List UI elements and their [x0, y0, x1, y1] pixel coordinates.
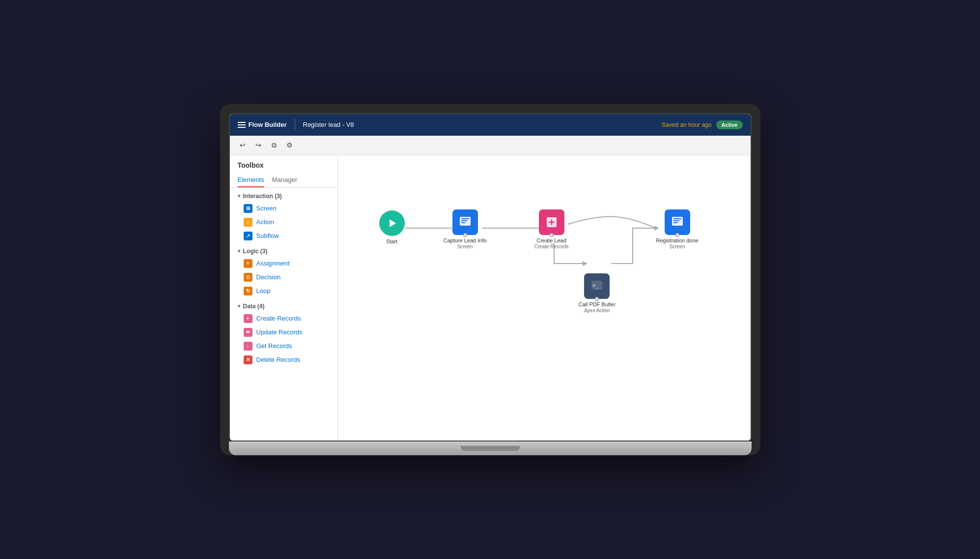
- svg-rect-19: [673, 220, 679, 221]
- node-reg-done[interactable]: Registration done Screen: [656, 209, 699, 249]
- flow-canvas[interactable]: Start Capture Lead Info Screen: [338, 155, 751, 441]
- section-interaction[interactable]: ▾ Interaction (3): [230, 188, 337, 202]
- reg-done-label: Registration done: [656, 237, 699, 244]
- undo-button[interactable]: ↩: [236, 138, 250, 152]
- create-records-label: Create Records: [256, 315, 301, 322]
- node-call-pdf[interactable]: >_ Call PDF Butler Apex Action: [579, 273, 616, 313]
- svg-rect-11: [461, 222, 465, 223]
- sidebar-item-loop[interactable]: ↻ Loop: [230, 284, 337, 298]
- chevron-interaction: ▾: [238, 193, 240, 199]
- svg-rect-18: [673, 218, 681, 219]
- decision-label: Decision: [256, 273, 281, 281]
- screen-label: Screen: [256, 205, 277, 212]
- create-lead-dot: [550, 233, 554, 237]
- create-lead-square: [539, 209, 564, 235]
- start-circle: [379, 210, 405, 236]
- call-pdf-dot: [595, 297, 599, 301]
- assignment-icon: =: [244, 259, 252, 268]
- sidebar-item-decision[interactable]: ◇ Decision: [230, 270, 337, 284]
- svg-rect-20: [673, 222, 677, 223]
- delete-records-icon: ✕: [244, 355, 252, 364]
- laptop-frame: Flow Builder Register lead - V8 Saved an…: [220, 104, 760, 455]
- sidebar-tabs: Elements Manager: [230, 173, 337, 188]
- delete-records-label: Delete Records: [256, 356, 301, 363]
- call-pdf-label: Call PDF Butler: [579, 301, 616, 308]
- update-records-icon: ✏: [244, 328, 252, 337]
- app-name: Flow Builder: [249, 121, 287, 128]
- topbar-right: Saved an hour ago Active: [662, 120, 742, 129]
- chevron-data: ▾: [238, 303, 240, 309]
- capture-square: [452, 209, 478, 235]
- section-data[interactable]: ▾ Data (4): [230, 298, 337, 312]
- node-start[interactable]: Start: [379, 210, 405, 245]
- sidebar-item-screen[interactable]: ⊞ Screen: [230, 202, 337, 215]
- sidebar-item-create-records[interactable]: + Create Records: [230, 312, 337, 325]
- node-capture[interactable]: Capture Lead Info Screen: [444, 209, 487, 249]
- main-layout: Toolbox Elements Manager ▾ Interaction (…: [230, 155, 751, 441]
- sidebar: Toolbox Elements Manager ▾ Interaction (…: [230, 155, 338, 441]
- reg-done-square: [665, 209, 690, 235]
- sidebar-item-assignment[interactable]: = Assignment: [230, 257, 337, 270]
- settings-button[interactable]: ⚙: [283, 138, 297, 152]
- laptop-notch: [461, 446, 520, 451]
- flow-name: Register lead - V8: [303, 121, 354, 128]
- decision-icon: ◇: [244, 273, 252, 282]
- reg-done-dot: [675, 233, 679, 237]
- subflow-icon: ↗: [244, 232, 252, 240]
- svg-text:>_: >_: [592, 282, 599, 289]
- section-interaction-label: Interaction (3): [243, 193, 282, 200]
- section-logic-label: Logic (3): [243, 248, 268, 255]
- capture-dot: [463, 233, 467, 237]
- redo-button[interactable]: ↪: [252, 138, 265, 152]
- capture-sublabel: Screen: [457, 244, 473, 249]
- toolbox-title: Toolbox: [230, 155, 337, 173]
- sidebar-item-get-records[interactable]: ↓ Get Records: [230, 339, 337, 353]
- sidebar-item-action[interactable]: ⚡ Action: [230, 215, 337, 229]
- call-pdf-square: >_: [584, 273, 610, 299]
- active-badge: Active: [716, 120, 742, 129]
- sidebar-item-delete-records[interactable]: ✕ Delete Records: [230, 353, 337, 367]
- action-icon: ⚡: [244, 218, 252, 227]
- connector-svg: [338, 155, 751, 441]
- loop-label: Loop: [256, 287, 271, 294]
- capture-label: Capture Lead Info: [444, 237, 487, 244]
- hamburger-icon: [238, 122, 246, 128]
- create-records-icon: +: [244, 314, 252, 323]
- screen-icon: ⊞: [244, 204, 252, 213]
- svg-rect-9: [461, 218, 469, 219]
- start-label: Start: [386, 238, 397, 245]
- section-logic[interactable]: ▾ Logic (3): [230, 243, 337, 257]
- chevron-logic: ▾: [238, 248, 240, 254]
- top-navbar: Flow Builder Register lead - V8 Saved an…: [230, 114, 751, 136]
- sidebar-item-subflow[interactable]: ↗ Subflow: [230, 229, 337, 243]
- section-data-label: Data (4): [243, 303, 265, 310]
- svg-rect-10: [461, 220, 467, 221]
- create-lead-sublabel: Create Records: [534, 244, 569, 249]
- call-pdf-sublabel: Apex Action: [584, 308, 610, 313]
- create-lead-label: Create Lead: [536, 237, 566, 244]
- action-label: Action: [256, 218, 274, 226]
- tab-manager[interactable]: Manager: [272, 173, 297, 187]
- assignment-label: Assignment: [256, 260, 290, 267]
- sidebar-item-update-records[interactable]: ✏ Update Records: [230, 325, 337, 339]
- get-records-icon: ↓: [244, 342, 252, 351]
- laptop-base: [229, 441, 752, 455]
- node-create-lead[interactable]: Create Lead Create Records: [534, 209, 569, 249]
- app-logo: Flow Builder: [238, 121, 287, 128]
- get-records-label: Get Records: [256, 342, 292, 350]
- reg-done-sublabel: Screen: [670, 244, 685, 249]
- saved-status: Saved an hour ago: [662, 121, 711, 128]
- loop-icon: ↻: [244, 287, 252, 295]
- nav-divider: [295, 119, 295, 131]
- subflow-label: Subflow: [256, 232, 279, 239]
- svg-marker-4: [583, 261, 588, 266]
- svg-marker-7: [390, 219, 396, 227]
- toolbar: ↩ ↪ ⧉ ⚙: [230, 136, 751, 155]
- copy-button[interactable]: ⧉: [267, 138, 281, 152]
- tab-elements[interactable]: Elements: [238, 173, 264, 187]
- update-records-label: Update Records: [256, 328, 303, 336]
- laptop-screen: Flow Builder Register lead - V8 Saved an…: [229, 113, 752, 441]
